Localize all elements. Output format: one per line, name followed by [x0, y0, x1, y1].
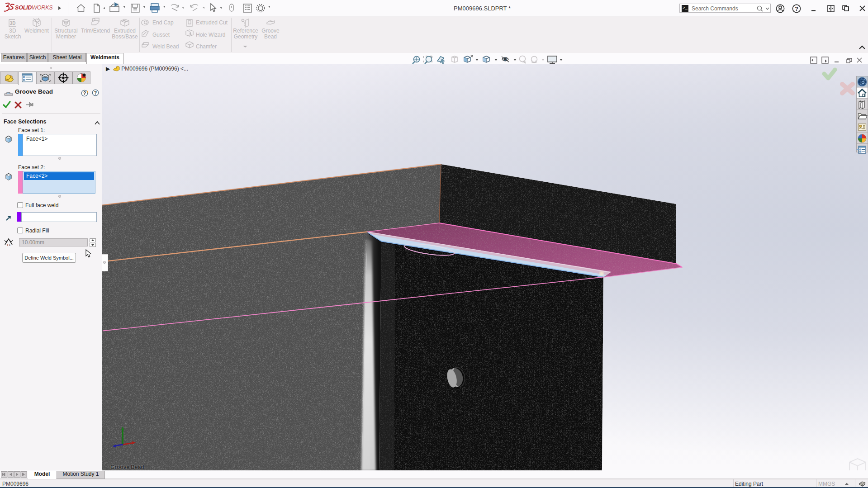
- svg-text:?: ?: [795, 6, 798, 12]
- svg-text:?: ?: [83, 91, 86, 96]
- svg-text:T1: T1: [7, 243, 11, 246]
- svg-text:?: ?: [94, 90, 97, 95]
- svg-text:3D: 3D: [10, 21, 16, 26]
- svg-text:SOLIDWORKS: SOLIDWORKS: [15, 5, 53, 11]
